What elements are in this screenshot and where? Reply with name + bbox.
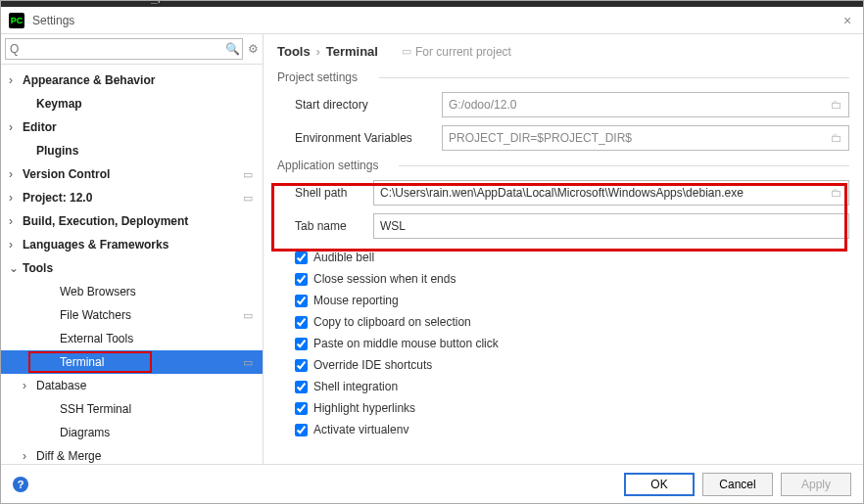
tree-item-terminal[interactable]: Terminal▭ bbox=[1, 350, 263, 374]
tree-item-keymap[interactable]: Keymap bbox=[1, 92, 263, 115]
chevron-right-icon[interactable]: › bbox=[9, 120, 23, 134]
tree-item-diff-merge[interactable]: ›Diff & Merge bbox=[1, 444, 263, 464]
tree-item-label: Version Control bbox=[23, 167, 243, 181]
cancel-button[interactable]: Cancel bbox=[702, 473, 773, 496]
section-project-settings: Project settings bbox=[277, 70, 849, 84]
for-current-project-label: ▭ For current project bbox=[402, 45, 511, 59]
checkbox-row-shell-integration: Shell integration bbox=[295, 376, 849, 397]
checkbox-mouse-reporting[interactable] bbox=[295, 295, 308, 307]
chevron-right-icon[interactable]: › bbox=[23, 379, 36, 392]
checkbox-label: Mouse reporting bbox=[313, 294, 399, 307]
checkbox-row-close-session-when-it-ends: Close session when it ends bbox=[295, 268, 849, 290]
close-icon[interactable]: × bbox=[840, 13, 855, 28]
tree-item-label: File Watchers bbox=[60, 308, 243, 322]
checkbox-highlight-hyperlinks[interactable] bbox=[295, 402, 308, 415]
checkbox-row-highlight-hyperlinks: Highlight hyperlinks bbox=[295, 397, 849, 419]
label-tab-name: Tab name bbox=[295, 219, 373, 233]
checkbox-row-paste-on-middle-mouse-button-click: Paste on middle mouse button click bbox=[295, 333, 849, 354]
tree-item-label: Keymap bbox=[36, 97, 263, 111]
checkbox-group: Audible bellClose session when it endsMo… bbox=[277, 247, 849, 440]
ok-button[interactable]: OK bbox=[624, 473, 695, 496]
tree-item-languages-frameworks[interactable]: ›Languages & Frameworks bbox=[1, 233, 263, 256]
tree-item-project-12-0[interactable]: ›Project: 12.0▭ bbox=[1, 186, 263, 209]
row-shell-path: Shell path 🗀 bbox=[277, 180, 849, 206]
chevron-right-icon[interactable]: › bbox=[9, 191, 23, 205]
project-scope-icon: ▭ bbox=[243, 168, 253, 181]
tree-item-label: Diagrams bbox=[60, 426, 263, 439]
tree-item-build-execution-deployment[interactable]: ›Build, Execution, Deployment bbox=[1, 209, 263, 233]
settings-sidebar: 🔍 ⚙ ›Appearance & BehaviorKeymap›EditorP… bbox=[1, 34, 264, 464]
tree-item-database[interactable]: ›Database bbox=[1, 374, 263, 397]
chevron-down-icon[interactable]: ⌄ bbox=[9, 261, 23, 275]
tree-item-tools[interactable]: ⌄Tools bbox=[1, 256, 263, 280]
settings-tree: ›Appearance & BehaviorKeymap›EditorPlugi… bbox=[1, 65, 263, 464]
search-options-icon[interactable]: ⚙ bbox=[248, 42, 259, 56]
label-env-vars: Environment Variables bbox=[295, 131, 442, 145]
tree-item-ssh-terminal[interactable]: SSH Terminal bbox=[1, 397, 263, 421]
chevron-right-icon[interactable]: › bbox=[23, 449, 36, 463]
tree-item-label: SSH Terminal bbox=[60, 402, 263, 416]
tree-item-editor[interactable]: ›Editor bbox=[1, 115, 263, 139]
checkbox-label: Audible bell bbox=[313, 251, 374, 264]
tree-item-web-browsers[interactable]: Web Browsers bbox=[1, 280, 263, 303]
input-shell-path[interactable] bbox=[374, 181, 825, 205]
tree-item-label: Plugins bbox=[36, 144, 263, 158]
project-scope-icon: ▭ bbox=[243, 192, 253, 205]
project-scope-icon: ▭ bbox=[402, 45, 411, 58]
help-icon[interactable]: ? bbox=[13, 477, 28, 492]
checkbox-copy-to-clipboard-on-selection[interactable] bbox=[295, 316, 308, 329]
checkbox-label: Override IDE shortcuts bbox=[313, 358, 432, 372]
checkbox-row-copy-to-clipboard-on-selection: Copy to clipboard on selection bbox=[295, 311, 849, 333]
edit-env-icon[interactable]: 🗀 bbox=[825, 131, 848, 145]
tree-item-label: Build, Execution, Deployment bbox=[23, 214, 263, 228]
breadcrumb-tools[interactable]: Tools bbox=[277, 44, 311, 59]
tree-item-label: Tools bbox=[23, 261, 263, 275]
settings-search: 🔍 ⚙ bbox=[1, 34, 263, 65]
tree-item-external-tools[interactable]: External Tools bbox=[1, 327, 263, 350]
row-start-directory: Start directory 🗀 bbox=[277, 92, 849, 117]
browse-shell-icon[interactable]: 🗀 bbox=[825, 186, 848, 200]
checkbox-audible-bell[interactable] bbox=[295, 252, 308, 264]
search-input[interactable] bbox=[5, 38, 243, 60]
tree-item-label: Terminal bbox=[60, 355, 243, 369]
tree-item-diagrams[interactable]: Diagrams bbox=[1, 421, 263, 444]
browse-folder-icon[interactable]: 🗀 bbox=[825, 98, 848, 112]
tree-item-label: External Tools bbox=[60, 332, 263, 345]
label-start-directory: Start directory bbox=[295, 98, 442, 112]
chevron-right-icon: › bbox=[316, 45, 320, 59]
checkbox-paste-on-middle-mouse-button-click[interactable] bbox=[295, 338, 308, 350]
input-env-vars[interactable] bbox=[443, 126, 825, 150]
checkbox-row-mouse-reporting: Mouse reporting bbox=[295, 290, 849, 311]
chevron-right-icon[interactable]: › bbox=[9, 73, 23, 87]
window-title: Settings bbox=[32, 14, 840, 27]
chevron-right-icon[interactable]: › bbox=[9, 214, 23, 228]
background-code-scrap: admin_passwd = admin bbox=[119, 0, 248, 4]
tree-item-label: Editor bbox=[23, 120, 263, 134]
chevron-right-icon[interactable]: › bbox=[9, 238, 23, 252]
tree-item-appearance-behavior[interactable]: ›Appearance & Behavior bbox=[1, 69, 263, 92]
checkbox-row-override-ide-shortcuts: Override IDE shortcuts bbox=[295, 354, 849, 376]
tree-item-label: Diff & Merge bbox=[36, 449, 263, 463]
checkbox-override-ide-shortcuts[interactable] bbox=[295, 359, 308, 372]
input-tab-name[interactable] bbox=[374, 214, 848, 238]
checkbox-shell-integration[interactable] bbox=[295, 381, 308, 393]
apply-button: Apply bbox=[781, 473, 851, 496]
tree-item-label: Appearance & Behavior bbox=[23, 73, 263, 87]
checkbox-label: Activate virtualenv bbox=[313, 423, 408, 436]
tree-item-plugins[interactable]: Plugins bbox=[1, 139, 263, 162]
tree-item-label: Languages & Frameworks bbox=[23, 238, 263, 252]
checkbox-activate-virtualenv[interactable] bbox=[295, 424, 308, 436]
window-titlebar: PC Settings × bbox=[1, 7, 863, 34]
row-tab-name: Tab name bbox=[277, 213, 849, 239]
tree-item-version-control[interactable]: ›Version Control▭ bbox=[1, 162, 263, 186]
checkbox-label: Paste on middle mouse button click bbox=[313, 337, 499, 350]
row-env-vars: Environment Variables 🗀 bbox=[277, 125, 849, 151]
tree-item-file-watchers[interactable]: File Watchers▭ bbox=[1, 303, 263, 327]
checkbox-close-session-when-it-ends[interactable] bbox=[295, 273, 308, 286]
section-application-settings: Application settings bbox=[277, 159, 849, 172]
obscured-topstrip: admin_passwd = admin bbox=[1, 1, 863, 7]
checkbox-label: Shell integration bbox=[313, 380, 398, 393]
input-start-directory[interactable] bbox=[443, 93, 825, 116]
chevron-right-icon[interactable]: › bbox=[9, 167, 23, 181]
label-shell-path: Shell path bbox=[295, 186, 373, 200]
